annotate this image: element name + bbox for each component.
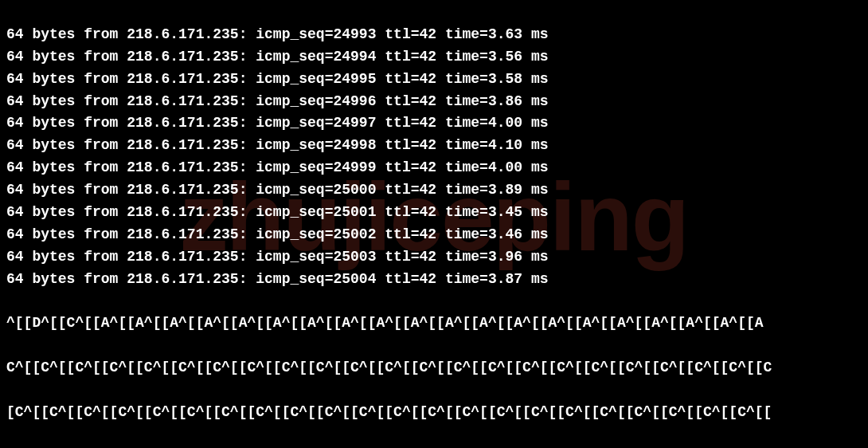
ping-reply-line: 64 bytes from 218.6.171.235: icmp_seq=24… (6, 91, 862, 113)
ping-reply-line: 64 bytes from 218.6.171.235: icmp_seq=24… (6, 157, 862, 179)
ping-reply-line: 64 bytes from 218.6.171.235: icmp_seq=25… (6, 246, 862, 269)
escape-sequence-line-3: [C^[[C^[[C^[[C^[[C^[[C^[[C^[[C^[[C^[[C^[… (6, 402, 862, 424)
terminal-output[interactable]: 64 bytes from 218.6.171.235: icmp_seq=24… (6, 2, 862, 448)
ping-reply-line: 64 bytes from 218.6.171.235: icmp_seq=24… (6, 46, 862, 69)
escape-sequence-line-2: C^[[C^[[C^[[C^[[C^[[C^[[C^[[C^[[C^[[C^[[… (6, 357, 862, 379)
ping-reply-line: 64 bytes from 218.6.171.235: icmp_seq=25… (6, 179, 862, 202)
ping-reply-line: 64 bytes from 218.6.171.235: icmp_seq=24… (6, 135, 862, 157)
ping-reply-line: 64 bytes from 218.6.171.235: icmp_seq=24… (6, 112, 862, 135)
ping-reply-line: 64 bytes from 218.6.171.235: icmp_seq=24… (6, 24, 862, 46)
escape-sequence-line-1: ^[[D^[[C^[[A^[[A^[[A^[[A^[[A^[[A^[[A^[[A… (6, 312, 862, 335)
ping-reply-line: 64 bytes from 218.6.171.235: icmp_seq=24… (6, 69, 862, 91)
ping-reply-line: 64 bytes from 218.6.171.235: icmp_seq=25… (6, 202, 862, 224)
ping-reply-line: 64 bytes from 218.6.171.235: icmp_seq=25… (6, 269, 862, 291)
ping-reply-line: 64 bytes from 218.6.171.235: icmp_seq=25… (6, 224, 862, 246)
